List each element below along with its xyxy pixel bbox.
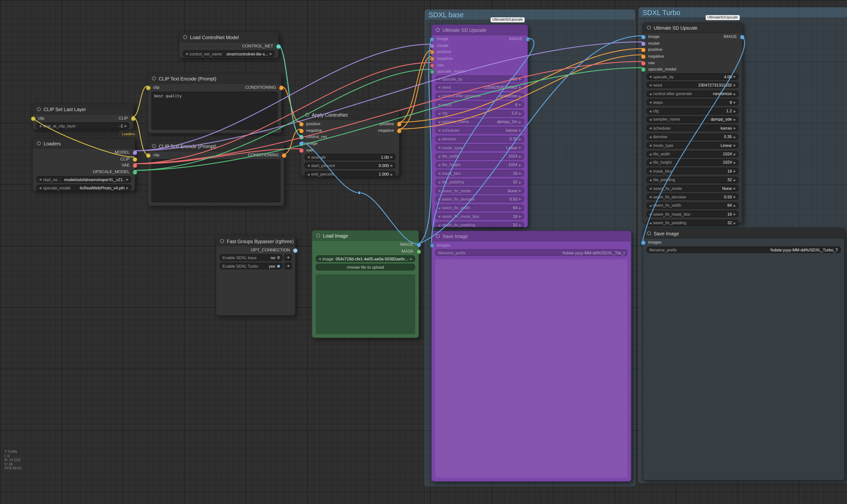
node-loaders[interactable]: Loaders MODELCLIPVAEUPSCALE_MODEL ◀ckpt_… [32,138,135,191]
output-port-negative[interactable]: negative [301,127,399,134]
node-header[interactable]: Save Image [432,231,631,241]
node-fast-groups-bypasser[interactable]: Fast Groups Bypasser (rgthree) OPT_CONNE… [216,236,295,316]
node-clip-text-encode-2[interactable]: CLIP Text Encode (Prompt) clip CONDITION… [148,141,285,206]
port-dot-icon[interactable] [740,35,745,40]
port-dot-icon[interactable] [429,63,434,68]
node-header[interactable]: Save Image [643,229,844,238]
arrow-left-icon[interactable]: ◀ [649,187,651,190]
arrow-right-icon[interactable]: ▶ [391,164,393,167]
group-toggle-enable-sdxl-turbo[interactable]: Enable SDXL Turboyes [219,263,283,270]
arrow-right-icon[interactable]: ▶ [734,135,736,139]
widget-tile_width[interactable]: ◀tile_width1024▶ [435,153,524,160]
widget-seam_fix_denoise[interactable]: ◀seam_fix_denoise0.50▶ [435,196,524,202]
arrow-left-icon[interactable]: ◀ [438,197,440,201]
widget-cfg[interactable]: ◀cfg5.0▶ [435,110,524,117]
node-header[interactable]: Load ControlNet Model [179,32,278,42]
arrow-left-icon[interactable]: ◀ [438,206,440,210]
arrow-right-icon[interactable]: ▶ [734,118,736,121]
arrow-left-icon[interactable]: ◀ [438,155,440,158]
widget-mode_type[interactable]: ◀mode_typeLinear▶ [646,142,739,149]
arrow-right-icon[interactable]: ▶ [519,103,521,106]
input-port-control_net[interactable]: control_net [301,134,399,140]
reroute-dot[interactable] [357,191,361,195]
arrow-right-icon[interactable]: ▶ [126,178,128,181]
widget-denoise[interactable]: ◀denoise0.35▶ [646,133,739,140]
widget-seam_fix_mode[interactable]: ◀seam_fix_modeNone▶ [435,187,524,194]
collapse-dot-icon[interactable] [305,113,309,117]
widget-seed[interactable]: ◀seed110062928704962▶ [435,84,524,91]
output-port-clip[interactable]: CLIP [33,115,133,122]
arrow-left-icon[interactable]: ◀ [438,146,440,149]
widget-control-after-generate[interactable]: ◀control after generaterandomize▶ [435,93,524,100]
port-dot-icon[interactable] [281,153,286,158]
node-ultimate-sd-upscale-base[interactable]: Ultimate SD Upscale imagemodelpositivene… [431,24,528,227]
widget-stop_at_clip_layer[interactable]: ◀stop_at_clip_layer-1▶ [36,122,130,129]
widget-end_percent[interactable]: ◀end_percent1.000▶ [305,171,396,178]
port-dot-icon[interactable] [397,128,402,133]
arrow-left-icon[interactable]: ◀ [307,155,309,159]
input-port-negative[interactable]: negative [432,55,527,62]
input-port-vae[interactable]: vae [643,59,742,66]
collapse-dot-icon[interactable] [152,76,156,80]
arrow-right-icon[interactable]: ▶ [734,84,736,87]
widget-tile_padding[interactable]: ◀tile_padding32▶ [435,179,524,185]
output-port-conditioning[interactable]: CONDITIONING [148,152,284,159]
collapse-dot-icon[interactable] [183,35,187,39]
widget-steps[interactable]: ◀steps9▶ [435,101,524,108]
output-port-image[interactable]: IMAGE [312,241,419,248]
node-header[interactable]: CLIP Text Encode (Prompt) [148,74,281,84]
arrow-right-icon[interactable]: ▶ [410,257,412,260]
output-port-opt_connection[interactable]: OPT_CONNECTION [216,247,295,254]
port-dot-icon[interactable] [641,41,646,47]
widget-control-after-generate[interactable]: ◀control after generaterandomize▶ [646,90,739,97]
widget-tile_height[interactable]: ◀tile_height1024▶ [435,161,524,168]
widget-sampler_name[interactable]: ◀sampler_namedpmpp_sde▶ [646,116,739,123]
output-port-image[interactable]: IMAGE [643,34,742,40]
port-dot-icon[interactable] [278,86,284,91]
arrow-right-icon[interactable]: ▶ [519,206,521,210]
arrow-left-icon[interactable]: ◀ [649,101,651,104]
arrow-left-icon[interactable]: ◀ [649,178,651,181]
node-header[interactable]: CLIP Set Last Layer [33,105,133,114]
arrow-left-icon[interactable]: ◀ [438,215,440,218]
node-header[interactable]: Apply ControlNet [301,110,399,120]
collapse-dot-icon[interactable] [436,28,440,32]
port-dot-icon[interactable] [299,142,304,147]
arrow-left-icon[interactable]: ◀ [438,180,440,184]
input-port-positive[interactable]: positive [432,49,527,55]
widget-denoise[interactable]: ◀denoise0.35▶ [435,136,524,143]
widget-image[interactable]: ◀image054c718d-cfe1-4e05-ae0a-50392ae0c.… [316,255,415,262]
node-clip-text-encode-1[interactable]: CLIP Text Encode (Prompt) clip CONDITION… [148,73,282,133]
input-port-positive[interactable]: positive [643,47,742,53]
arrow-right-icon[interactable]: ▶ [734,213,736,216]
group-header[interactable]: SDXL base [425,10,635,19]
arrow-left-icon[interactable]: ◀ [649,92,651,95]
widget-tile_padding[interactable]: ◀tile_padding32▶ [646,177,739,183]
arrow-right-icon[interactable]: ▶ [270,52,272,55]
arrow-left-icon[interactable]: ◀ [438,94,440,98]
arrow-left-icon[interactable]: ◀ [438,77,440,80]
node-header[interactable]: Ultimate SD Upscale [432,25,527,35]
widget-start_percent[interactable]: ◀start_percent0.000▶ [305,162,396,169]
widget-filename_prefix[interactable]: filename_prefix%date:yyyy-MM-dd%/SDXL_Tu… [646,247,841,253]
arrow-left-icon[interactable]: ◀ [649,75,651,78]
node-header[interactable]: Ultimate SD Upscale [643,23,742,33]
port-dot-icon[interactable] [525,37,530,42]
port-dot-icon[interactable] [132,163,137,168]
arrow-left-icon[interactable]: ◀ [649,169,651,173]
input-port-negative[interactable]: negative [643,53,742,59]
arrow-right-icon[interactable]: ▶ [734,221,736,224]
node-save-image-base[interactable]: Save Image images filename_prefix%date:y… [431,231,631,482]
input-port-images[interactable]: images [643,239,844,246]
port-dot-icon[interactable] [132,170,137,175]
input-port-upscale_model[interactable]: upscale_model [643,66,742,72]
arrow-left-icon[interactable]: ◀ [39,178,41,181]
goto-group-arrow-icon[interactable]: ➜ [285,254,292,261]
arrow-right-icon[interactable]: ▶ [734,195,736,199]
port-dot-icon[interactable] [429,43,434,49]
arrow-right-icon[interactable]: ▶ [519,112,521,115]
loaders-tag[interactable]: Loaders [120,131,137,137]
arrow-left-icon[interactable]: ◀ [649,118,651,121]
arrow-left-icon[interactable]: ◀ [649,144,651,147]
arrow-right-icon[interactable]: ▶ [519,215,521,218]
